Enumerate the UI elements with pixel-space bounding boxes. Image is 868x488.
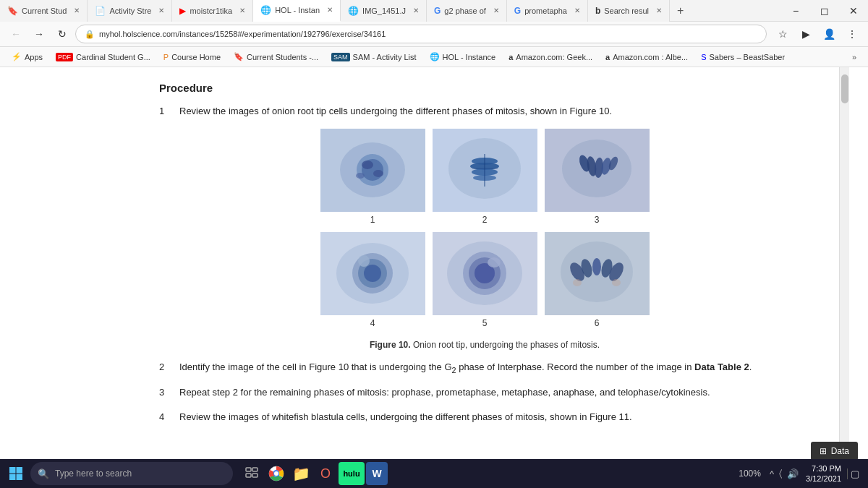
minimize-button[interactable]: − <box>781 0 810 22</box>
bm-cardinal[interactable]: PDF Cardinal Student G... <box>50 51 156 63</box>
tab-close-5[interactable]: ✕ <box>413 7 419 14</box>
bm-hol[interactable]: 🌐 HOL - Instance <box>424 51 502 63</box>
amazon-icon-1: a <box>509 53 513 61</box>
svg-point-54 <box>274 471 278 476</box>
tab-icon-1: 🔖 <box>7 6 18 16</box>
pdf-icon: PDF <box>56 53 73 61</box>
tab-hol-instance[interactable]: 🌐 HOL - Instan ✕ <box>253 0 341 22</box>
tab-close-4[interactable]: ✕ <box>327 6 333 14</box>
tab-icon-8: b <box>595 6 600 16</box>
address-bar[interactable]: 🔒 myhol.holscience.com/instances/15258#/… <box>75 25 767 43</box>
procedure-step-4: 4 Review the images of whitefish blastul… <box>159 410 810 424</box>
tab-activity[interactable]: 📄 Activity Stre ✕ <box>88 0 172 22</box>
svg-rect-48 <box>252 468 258 471</box>
chrome-icon[interactable] <box>265 462 288 485</box>
procedure-step-3: 3 Repeat step 2 for the remaining phases… <box>159 385 810 400</box>
start-button[interactable] <box>3 461 29 487</box>
file-explorer-icon[interactable]: 📁 <box>289 462 312 485</box>
volume-icon[interactable]: 🔊 <box>786 467 800 481</box>
bm-amazon-albe[interactable]: a Amazon.com : Albe... <box>600 51 694 63</box>
tab-icon-6: G <box>434 6 441 16</box>
microscopy-image-2 <box>433 129 537 212</box>
tab-close-3[interactable]: ✕ <box>239 7 245 14</box>
bm-course-home[interactable]: P Course Home <box>158 51 226 63</box>
taskbar-search[interactable]: 🔍 Type here to search <box>30 462 233 485</box>
image-cell-6: 6 <box>545 232 650 328</box>
nav-right-icons: ☆ ▶ 👤 ⋮ <box>773 24 862 44</box>
microscopy-image-1 <box>320 129 425 212</box>
forward-button[interactable]: → <box>29 24 49 44</box>
svg-point-38 <box>592 258 601 275</box>
system-clock[interactable]: 7:30 PM 3/12/2021 <box>803 463 844 484</box>
apps-icon: ⚡ <box>12 52 22 61</box>
bookmark-star-icon[interactable]: ☆ <box>773 24 793 44</box>
course-icon: P <box>163 53 169 61</box>
scroll-thumb[interactable] <box>841 74 848 103</box>
microscopy-image-6 <box>545 232 650 315</box>
tab-close-8[interactable]: ✕ <box>656 7 662 14</box>
image-cell-5: 5 <box>433 232 537 328</box>
image-label-5: 5 <box>482 318 488 328</box>
tab-icon-4: 🌐 <box>260 5 271 15</box>
tab-icon-2: 📄 <box>95 6 106 16</box>
tab-moistcr[interactable]: ▶ moistcr1tika ✕ <box>172 0 253 22</box>
taskbar-app-icons: 📁 O hulu W <box>240 462 388 485</box>
window-controls: − ◻ ✕ <box>781 0 868 22</box>
bm-amazon-geek[interactable]: a Amazon.com: Geek... <box>503 51 598 63</box>
tab-prometapha[interactable]: G prometapha ✕ <box>507 0 588 22</box>
bm-apps[interactable]: ⚡ Apps <box>6 51 48 63</box>
back-button[interactable]: ← <box>6 24 26 44</box>
data-button[interactable]: ⊞ Data <box>811 442 858 461</box>
hulu-icon[interactable]: hulu <box>339 462 365 485</box>
nav-bar: ← → ↻ 🔒 myhol.holscience.com/instances/1… <box>0 22 868 47</box>
svg-rect-50 <box>252 474 258 477</box>
svg-rect-45 <box>9 474 16 481</box>
bm-current-students[interactable]: 🔖 Current Students -... <box>228 51 324 63</box>
tab-close-6[interactable]: ✕ <box>493 7 499 14</box>
maximize-button[interactable]: ◻ <box>810 0 839 22</box>
procedure-step-2: 2 Identify the image of the cell in Figu… <box>159 360 810 376</box>
procedure-step-1: 1 Review the images of onion root tip ce… <box>159 104 810 119</box>
scrollbar[interactable] <box>839 67 849 459</box>
reload-button[interactable]: ↻ <box>52 24 72 44</box>
network-icon[interactable]: 〈 <box>778 466 783 481</box>
tab-search[interactable]: b Search resul ✕ <box>588 0 670 22</box>
data-table-icon: ⊞ <box>820 446 827 456</box>
image-cell-2: 2 <box>433 129 537 225</box>
chevron-up-icon[interactable]: ^ <box>768 467 775 481</box>
new-tab-button[interactable]: + <box>670 4 691 17</box>
extensions-icon[interactable]: ▶ <box>796 24 816 44</box>
taskbar: 🔍 Type here to search <box>0 459 868 488</box>
word-icon[interactable]: W <box>366 462 388 485</box>
office-icon[interactable]: O <box>314 462 337 485</box>
tab-close-7[interactable]: ✕ <box>574 7 580 14</box>
tab-close-2[interactable]: ✕ <box>158 7 164 14</box>
tab-close-1[interactable]: ✕ <box>74 7 80 14</box>
bookmarks-more-button[interactable]: » <box>846 51 862 63</box>
bookmarks-bar: ⚡ Apps PDF Cardinal Student G... P Cours… <box>0 47 868 67</box>
svg-point-26 <box>364 265 381 282</box>
svg-rect-49 <box>246 474 251 477</box>
tab-img[interactable]: 🌐 IMG_1451.J ✕ <box>341 0 427 22</box>
task-view-button[interactable] <box>240 462 263 485</box>
image-label-3: 3 <box>595 215 600 225</box>
close-button[interactable]: ✕ <box>839 0 868 22</box>
svg-point-41 <box>573 279 582 286</box>
figure-10-grid: 1 2 <box>159 129 810 328</box>
bm-sam[interactable]: SAM SAM - Activity List <box>326 51 422 63</box>
image-label-2: 2 <box>482 215 488 225</box>
image-cell-1: 1 <box>320 129 425 225</box>
image-row-top: 1 2 <box>320 129 650 225</box>
show-desktop-button[interactable]: ▢ <box>847 468 862 479</box>
profile-icon[interactable]: 👤 <box>819 24 839 44</box>
page-body: Procedure 1 Review the images of onion r… <box>0 67 839 459</box>
url-text: myhol.holscience.com/instances/15258#/ex… <box>99 30 386 38</box>
svg-point-27 <box>358 255 370 267</box>
sam-icon: SAM <box>331 53 350 61</box>
bm-sabers[interactable]: S Sabers – BeastSaber <box>695 51 791 63</box>
tab-g2phase[interactable]: G g2 phase of ✕ <box>427 0 507 22</box>
svg-point-42 <box>612 279 621 286</box>
tab-current-stud[interactable]: 🔖 Current Stud ✕ <box>0 0 88 22</box>
menu-icon[interactable]: ⋮ <box>842 24 862 44</box>
svg-rect-43 <box>9 467 16 474</box>
